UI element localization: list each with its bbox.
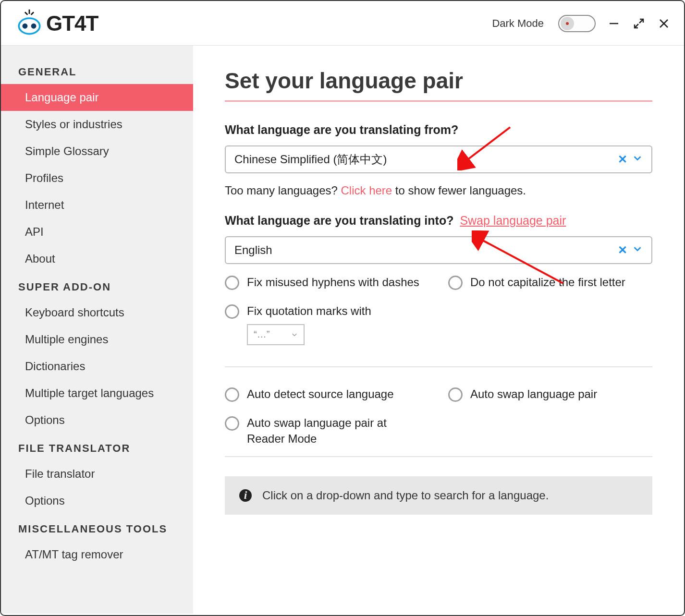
helper-post: to show fewer languages. — [392, 184, 526, 197]
svg-line-2 — [31, 12, 34, 14]
close-button[interactable] — [657, 17, 671, 30]
sidebar-item-styles-or-industries[interactable]: Styles or industries — [1, 111, 193, 138]
helper-pre: Too many languages? — [225, 184, 341, 197]
option-auto-swap-reader[interactable]: Auto swap language pair at Reader Mode — [225, 415, 429, 447]
sidebar-item-dictionaries[interactable]: Dictionaries — [1, 353, 193, 380]
option-label: Auto swap language pair at Reader Mode — [247, 415, 391, 447]
option-label: Auto swap language pair — [470, 387, 597, 402]
option-auto-detect[interactable]: Auto detect source language — [225, 387, 429, 402]
sidebar-item-file-translator[interactable]: File translator — [1, 460, 193, 487]
brand-text: GT4T — [46, 12, 98, 36]
titlebar: GT4T Dark Mode — [1, 1, 684, 46]
info-banner-text: Click on a drop-down and type to search … — [262, 489, 549, 502]
svg-point-6 — [31, 24, 37, 29]
sidebar-group-super-add-on: Super Add-on — [1, 272, 193, 299]
option-fix-hyphens[interactable]: Fix misused hyphens with dashes — [225, 275, 429, 290]
quote-style-dropdown[interactable]: “…” — [247, 324, 305, 345]
too-many-languages-helper: Too many languages? Click here to show f… — [225, 184, 652, 197]
option-label: Fix quotation marks with — [247, 303, 371, 319]
option-fix-quotes[interactable]: Fix quotation marks with “…” — [225, 303, 429, 345]
dark-mode-label: Dark Mode — [492, 17, 544, 30]
sidebar-item-file-options[interactable]: Options — [1, 487, 193, 514]
sidebar-item-multiple-target-languages[interactable]: Multiple target languages — [1, 380, 193, 407]
options-block-2: Auto detect source language Auto swap la… — [225, 387, 652, 447]
swap-language-pair-link[interactable]: Swap language pair — [460, 214, 566, 227]
window-controls: Dark Mode — [492, 15, 671, 32]
dark-mode-toggle[interactable] — [558, 15, 596, 32]
sidebar-item-atmt-tag-remover[interactable]: AT/MT tag remover — [1, 541, 193, 568]
target-language-dropdown[interactable]: English ✕ — [225, 236, 652, 264]
divider — [225, 366, 652, 367]
quote-style-value: “…” — [254, 329, 269, 340]
toggle-knob — [561, 17, 574, 30]
source-clear-icon[interactable]: ✕ — [618, 153, 627, 166]
sidebar[interactable]: General Language pair Styles or industri… — [1, 46, 193, 614]
chevron-down-icon[interactable] — [632, 243, 643, 257]
sidebar-group-miscellaneous-tools: Miscellaneous Tools — [1, 514, 193, 541]
sidebar-item-multiple-engines[interactable]: Multiple engines — [1, 326, 193, 353]
radio-icon — [225, 304, 239, 319]
brand: GT4T — [15, 9, 98, 38]
svg-line-1 — [25, 12, 27, 14]
radio-icon — [448, 276, 463, 290]
sidebar-group-general: General — [1, 57, 193, 84]
sidebar-item-internet[interactable]: Internet — [1, 192, 193, 218]
divider — [225, 456, 652, 457]
source-language-dropdown[interactable]: Chinese Simplified (简体中文) ✕ — [225, 145, 652, 173]
svg-point-5 — [23, 24, 28, 29]
sidebar-item-simple-glossary[interactable]: Simple Glossary — [1, 138, 193, 165]
sidebar-item-about[interactable]: About — [1, 245, 193, 272]
main-content: Set your language pair What language are… — [193, 46, 684, 614]
radio-icon — [225, 416, 239, 431]
options-block-1: Fix misused hyphens with dashes Do not c… — [225, 275, 652, 345]
option-label: Auto detect source language — [247, 387, 394, 402]
into-question-text: What language are you translating into? — [225, 214, 453, 227]
maximize-button[interactable] — [632, 17, 646, 30]
option-no-capitalize[interactable]: Do not capitalize the first letter — [448, 275, 652, 290]
info-banner: i Click on a drop-down and type to searc… — [225, 476, 652, 515]
brand-robot-icon — [15, 9, 43, 38]
option-label: Do not capitalize the first letter — [470, 275, 625, 290]
into-question: What language are you translating into? … — [225, 214, 652, 228]
sidebar-item-language-pair[interactable]: Language pair — [1, 84, 193, 111]
info-icon: i — [239, 489, 252, 502]
chevron-down-icon — [291, 331, 298, 338]
option-label: Fix misused hyphens with dashes — [247, 275, 419, 290]
sidebar-group-file-translator: File Translator — [1, 434, 193, 460]
radio-icon — [225, 387, 239, 402]
sidebar-item-api[interactable]: API — [1, 218, 193, 245]
radio-icon — [448, 387, 463, 402]
from-question: What language are you translating from? — [225, 123, 652, 137]
target-language-value: English — [234, 243, 272, 257]
source-language-value: Chinese Simplified (简体中文) — [234, 152, 387, 167]
radio-icon — [225, 276, 239, 290]
option-auto-swap[interactable]: Auto swap language pair — [448, 387, 652, 402]
page-title: Set your language pair — [225, 68, 652, 102]
sidebar-item-keyboard-shortcuts[interactable]: Keyboard shortcuts — [1, 299, 193, 326]
sidebar-item-profiles[interactable]: Profiles — [1, 165, 193, 192]
chevron-down-icon[interactable] — [632, 153, 643, 166]
target-clear-icon[interactable]: ✕ — [618, 243, 627, 257]
minimize-button[interactable] — [607, 17, 621, 30]
show-fewer-languages-link[interactable]: Click here — [341, 184, 392, 197]
sidebar-item-super-options[interactable]: Options — [1, 407, 193, 434]
